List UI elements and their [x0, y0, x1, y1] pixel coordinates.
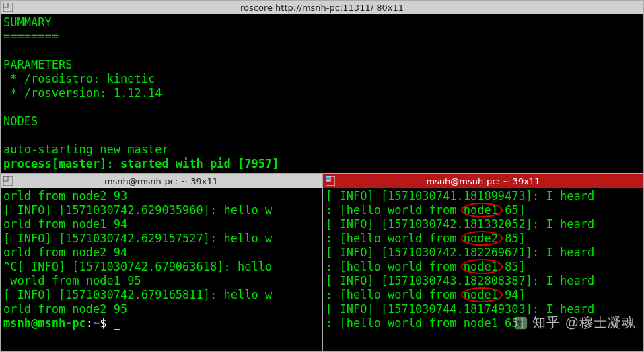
tile-icon	[2, 1, 14, 13]
tile-icon	[324, 175, 336, 187]
terminal-line: : [hello world from node2 85]	[326, 232, 641, 246]
terminal-line: : [hello world from node1 65]	[326, 203, 641, 217]
listener-terminal-body[interactable]: [ INFO] [1571030741.181899473]: I heard:…	[323, 188, 643, 332]
terminal-line: process[master]: started with pid [7957]	[3, 157, 641, 171]
roscore-pane: roscore http://msnh-pc:11311/ 80x11 SUMM…	[0, 0, 644, 174]
circled-node: node1	[464, 260, 498, 273]
talker-title: msnh@msnh-pc: ~ 39x11	[104, 176, 218, 186]
terminal-line: * /rosdistro: kinetic	[3, 72, 641, 86]
shell-prompt[interactable]: msnh@msnh-pc:~$	[3, 316, 319, 330]
terminal-line	[3, 100, 641, 114]
terminal-line: auto-starting new master	[3, 143, 641, 157]
svg-rect-3	[3, 176, 8, 181]
terminal-line: [ INFO] [1571030742.181332052]: I heard	[326, 217, 641, 232]
terminal-line: [ INFO] [1571030742.182269671]: I heard	[326, 246, 641, 260]
terminal-line: orld from node2 93	[3, 189, 319, 203]
terminal-line	[3, 44, 641, 58]
terminal-line: PARAMETERS	[3, 58, 641, 72]
terminal-line: NODES	[3, 114, 641, 129]
terminal-line: [ INFO] [1571030742.679165811]: hello w	[3, 288, 319, 302]
terminal-line: orld from node2 94	[3, 246, 319, 260]
listener-titlebar[interactable]: msnh@msnh-pc: ~ 39x11	[323, 174, 643, 188]
terminal-line	[3, 129, 641, 143]
terminal-line: : [hello world from node1 94]	[326, 288, 641, 302]
svg-rect-5	[326, 176, 330, 181]
terminal-line: SUMMARY	[3, 15, 641, 30]
listener-pane: msnh@msnh-pc: ~ 39x11 [ INFO] [157103074…	[322, 174, 644, 352]
terminal-line: [ INFO] [1571030741.181899473]: I heard	[326, 189, 641, 203]
terminal-line: [ INFO] [1571030744.181749303]: I heard	[326, 302, 641, 316]
terminal-line: : [hello world from node1 65]	[326, 316, 641, 330]
terminal-line: ^C[ INFO] [1571030742.679063618]: hello	[3, 260, 319, 274]
circled-node: node1	[464, 288, 498, 302]
terminal-line: world from node1 95	[3, 274, 319, 288]
talker-pane: msnh@msnh-pc: ~ 39x11 orld from node2 93…	[0, 174, 322, 352]
svg-rect-1	[3, 3, 8, 7]
talker-terminal-body[interactable]: orld from node2 93[ INFO] [1571030742.62…	[1, 188, 322, 332]
terminal-line: orld from node1 94	[3, 217, 319, 232]
terminal-line: : [hello world from node1 85]	[326, 260, 641, 274]
terminal-line: [ INFO] [1571030742.629157527]: hello w	[3, 232, 319, 246]
annotation-circle	[461, 203, 503, 217]
terminal-line: [ INFO] [1571030742.629035960]: hello w	[3, 203, 319, 217]
terminal-line: * /rosversion: 1.12.14	[3, 86, 641, 100]
listener-title: msnh@msnh-pc: ~ 39x11	[426, 176, 540, 186]
circled-node: node1	[464, 203, 498, 217]
roscore-terminal-body[interactable]: SUMMARY======== PARAMETERS * /rosdistro:…	[1, 14, 643, 172]
roscore-title: roscore http://msnh-pc:11311/ 80x11	[240, 3, 404, 13]
talker-titlebar[interactable]: msnh@msnh-pc: ~ 39x11	[1, 174, 322, 188]
tile-icon	[2, 175, 14, 187]
terminal-line: ========	[3, 30, 641, 44]
annotation-circle	[461, 231, 503, 246]
roscore-titlebar[interactable]: roscore http://msnh-pc:11311/ 80x11	[1, 1, 643, 14]
annotation-circle	[461, 287, 503, 302]
cursor	[114, 318, 120, 330]
terminal-line: [ INFO] [1571030743.182808387]: I heard	[326, 274, 641, 288]
terminal-line: orld from node2 95	[3, 302, 319, 316]
annotation-circle	[461, 259, 503, 274]
circled-node: node2	[464, 232, 498, 245]
